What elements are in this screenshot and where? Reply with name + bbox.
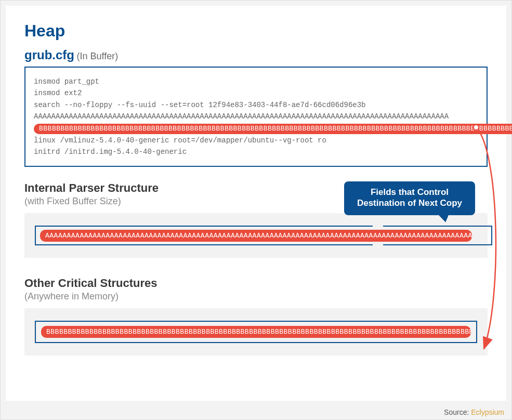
a-overflow-pill: AAAAAAAAAAAAAAAAAAAAAAAAAAAAAAAAAAAAAAAA… xyxy=(40,230,472,242)
buffer-filename: grub.cfg xyxy=(24,48,74,62)
buffer-sublabel: (In Buffer) xyxy=(76,51,118,61)
callout-line2: Destination of Next Copy xyxy=(352,198,467,208)
source-prefix: Source: xyxy=(444,408,471,416)
code-line: search --no-floppy --fs-uuid --set=root … xyxy=(34,99,478,111)
code-line: initrd /initrd.img-5.4.0-40-generic xyxy=(34,146,478,158)
other-struct-box: BBBBBBBBBBBBBBBBBBBBBBBBBBBBBBBBBBBBBBBB… xyxy=(35,321,477,343)
overflow-b-row: BBBBBBBBBBBBBBBBBBBBBBBBBBBBBBBBBBBBBBBB… xyxy=(34,123,478,134)
other-panel: BBBBBBBBBBBBBBBBBBBBBBBBBBBBBBBBBBBBBBBB… xyxy=(24,308,488,356)
callout-box: Fields that Control Destination of Next … xyxy=(344,181,475,215)
code-line: insmod ext2 xyxy=(34,87,478,99)
diagram-frame: Heap grub.cfg (In Buffer) insmod part_gp… xyxy=(0,0,512,420)
other-subtitle: (Anywhere in Memory) xyxy=(24,291,488,302)
source-link[interactable]: Eclypsium xyxy=(471,408,504,416)
other-title: Other Critical Structures xyxy=(24,277,488,290)
buffer-header: grub.cfg (In Buffer) xyxy=(24,48,488,62)
callout-line1: Fields that Control xyxy=(352,187,467,198)
code-line: linux /vmlinuz-5.4.0-40-generic root=/de… xyxy=(34,135,478,146)
heap-title: Heap xyxy=(24,21,488,41)
overflow-b-pill: BBBBBBBBBBBBBBBBBBBBBBBBBBBBBBBBBBBBBBBB… xyxy=(34,124,512,134)
diagram-canvas: Heap grub.cfg (In Buffer) insmod part_gp… xyxy=(6,6,506,401)
code-line-a: AAAAAAAAAAAAAAAAAAAAAAAAAAAAAAAAAAAAAAAA… xyxy=(34,111,478,122)
a-overflow-wrap: AAAAAAAAAAAAAAAAAAAAAAAAAAAAAAAAAAAAAAAA… xyxy=(40,230,472,242)
code-line: insmod part_gpt xyxy=(34,76,478,87)
b-overflow-pill: BBBBBBBBBBBBBBBBBBBBBBBBBBBBBBBBBBBBBBBB… xyxy=(41,326,471,338)
parser-panel: AAAAAAAAAAAAAAAAAAAAAAAAAAAAAAAAAAAAAAAA… xyxy=(24,213,488,258)
grub-buffer-box: insmod part_gpt insmod ext2 search --no-… xyxy=(24,67,488,167)
source-credit: Source: Eclypsium xyxy=(444,408,504,416)
